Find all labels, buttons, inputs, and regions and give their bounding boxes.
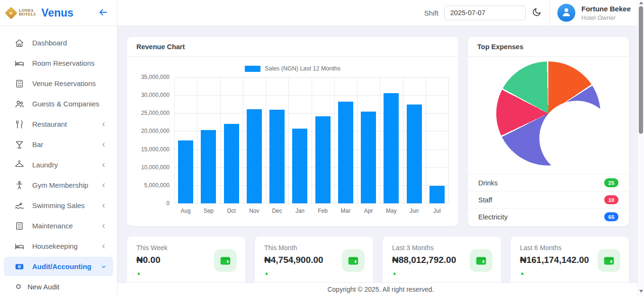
top-bar: Shift Fortune Bekee Hotel Owner	[117, 0, 644, 26]
v-gridline	[426, 77, 426, 203]
x-tick-label: Nov	[249, 208, 259, 214]
chevron-left-icon	[100, 121, 107, 128]
main-content: Revenue Chart Sales (NGN) Last 12 Months…	[117, 26, 644, 282]
sidebar-item-label: Swimming Sales	[32, 201, 85, 209]
x-tick-label: Apr	[364, 208, 373, 214]
sidebar-item-laundry[interactable]: Laundry	[0, 155, 117, 175]
hotel-logo-icon: H	[5, 7, 18, 19]
shift-date-input[interactable]	[444, 6, 526, 20]
swim-icon	[14, 200, 25, 211]
legend-label: Sales (NGN) Last 12 Months	[265, 65, 340, 72]
legend-swatch	[245, 66, 260, 72]
sidebar-item-label: Room Reservations	[32, 59, 95, 67]
footer: Copyright © 2025. All right reserved.	[117, 282, 644, 296]
avatar	[557, 4, 575, 22]
v-gridline	[380, 77, 380, 203]
y-tick-label: 15,000,000	[129, 146, 170, 153]
sidebar-item-bar[interactable]: Bar	[0, 134, 117, 155]
revenue-bar-nov	[247, 109, 262, 203]
x-tick-label: Mar	[341, 208, 351, 214]
sidebar-item-restaurant[interactable]: Restaurant	[0, 114, 117, 134]
app-title: Venus	[41, 7, 73, 19]
sidebar-item-label: Venue Reservations	[32, 79, 96, 87]
x-tick-label: Jun	[410, 208, 419, 214]
x-tick-label: Feb	[318, 208, 328, 214]
v-gridline	[243, 77, 243, 203]
expense-count-badge: 25	[604, 178, 618, 187]
sidebar-item-guests-companies[interactable]: Guests & Companies	[0, 94, 117, 114]
stat-card-last-6-months: Last 6 Months ₦161,174,142.00 ▲	[510, 236, 629, 282]
bed-icon	[14, 58, 25, 69]
chevron-left-icon	[100, 182, 107, 189]
expense-row-drinks: Drinks 25	[468, 174, 629, 191]
revenue-bar-sep	[201, 130, 216, 203]
chevron-left-icon	[100, 141, 107, 148]
y-tick-label: 20,000,000	[129, 128, 170, 134]
x-tick-label: Aug	[180, 208, 190, 214]
wallet-icon	[342, 249, 365, 272]
bar-chart-plot	[174, 77, 448, 203]
sidebar-item-label: Laundry	[32, 161, 58, 169]
sidebar-subitem-new-audit[interactable]: New Audit	[0, 277, 117, 296]
sidebar-item-swimming-sales[interactable]: Swimming Sales	[0, 195, 117, 216]
expense-label: Staff	[478, 196, 492, 204]
sidebar-item-venue-reservations[interactable]: Venue Reservations	[0, 73, 117, 94]
sidebar-collapse-button[interactable]	[98, 7, 108, 19]
wallet-icon	[214, 249, 237, 272]
hotel-logo-text: LONDA HOTELS	[19, 9, 36, 17]
x-tick-label: Jan	[295, 208, 304, 214]
user-role: Hotel Owner	[581, 14, 631, 21]
expense-row-staff: Staff 10	[468, 191, 629, 208]
person-icon	[560, 6, 572, 20]
scrollbar-thumb[interactable]	[639, 6, 643, 134]
arrow-left-icon	[98, 7, 108, 19]
revenue-bar-jun	[407, 104, 422, 203]
sidebar-item-maintenance[interactable]: Maintenance	[0, 216, 117, 236]
sidebar-item-label: Dashboard	[32, 39, 67, 47]
revenue-bar-jan	[292, 129, 307, 203]
scroll-up-arrow-icon[interactable]	[639, 1, 643, 4]
v-gridline	[288, 77, 289, 203]
revenue-chart-card: Revenue Chart Sales (NGN) Last 12 Months…	[127, 37, 458, 226]
sidebar-item-room-reservations[interactable]: Room Reservations	[0, 53, 117, 73]
utensils-icon	[14, 119, 25, 130]
y-tick-label: 30,000,000	[129, 92, 170, 98]
x-tick-label: Dec	[272, 208, 282, 214]
sidebar-item-audit-accounting[interactable]: Audit/Accounting	[4, 257, 113, 276]
wallet-icon	[598, 249, 620, 272]
v-gridline	[266, 77, 266, 203]
y-tick-label: 10,000,000	[129, 164, 170, 171]
x-tick-label: Jul	[433, 208, 440, 214]
sidebar-item-housekeeping[interactable]: Housekeeping	[0, 236, 117, 256]
sidebar-item-gym-membership[interactable]: Gym Membership	[0, 175, 117, 195]
sidebar: H LONDA HOTELS Venus Dashboard Room Rese…	[0, 0, 117, 296]
gym-icon	[14, 180, 25, 191]
user-profile[interactable]: Fortune Bekee Hotel Owner	[550, 0, 644, 26]
stat-card-this-week: This Week ₦0.00 ▲	[127, 236, 245, 282]
v-gridline	[334, 77, 335, 203]
sidebar-item-label: Audit/Accounting	[32, 262, 91, 270]
sidebar-item-label: Bar	[32, 140, 43, 148]
building-icon	[14, 78, 25, 89]
v-gridline	[197, 77, 197, 203]
vertical-scrollbar[interactable]	[637, 0, 644, 296]
y-tick-label: 25,000,000	[129, 110, 170, 116]
revenue-bar-jul	[429, 186, 445, 203]
martini-icon	[14, 139, 25, 150]
user-name: Fortune Bekee	[581, 5, 631, 13]
v-gridline	[312, 77, 312, 203]
sidebar-item-dashboard[interactable]: Dashboard	[0, 33, 117, 53]
scroll-down-arrow-icon[interactable]	[639, 290, 643, 293]
x-tick-label: Oct	[227, 208, 236, 214]
x-tick-label: May	[386, 208, 397, 214]
sidebar-item-label: Maintenance	[32, 222, 73, 230]
top-expenses-card: Top Expenses Drinks 25 Staff 10 Electric…	[468, 37, 629, 226]
dark-mode-toggle[interactable]	[532, 7, 542, 18]
copyright-text: Copyright © 2025. All right reserved.	[327, 286, 434, 293]
chevron-left-icon	[100, 243, 107, 250]
revenue-bar-may	[384, 93, 399, 203]
revenue-bar-apr	[361, 112, 376, 203]
expenses-donut-chart	[496, 61, 600, 165]
revenue-bar-aug	[178, 140, 193, 203]
expense-count-badge: 10	[604, 195, 618, 204]
